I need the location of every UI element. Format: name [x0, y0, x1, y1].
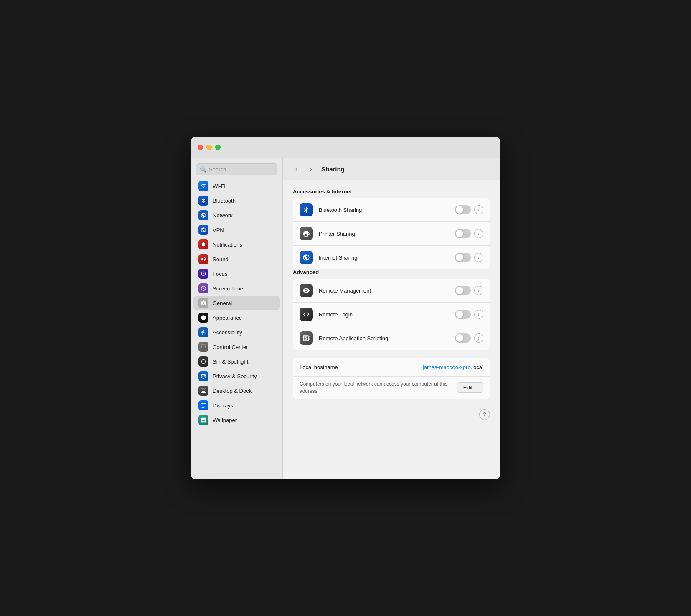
screentime-icon	[198, 283, 208, 293]
sidebar-item-controlcenter[interactable]: Control Center	[193, 340, 280, 354]
traffic-lights	[198, 145, 221, 150]
toggle-container-printer-sharing: i	[455, 229, 483, 238]
toggle-printer-sharing[interactable]	[455, 229, 471, 238]
card-icon-internet-sharing	[300, 251, 313, 264]
sidebar-item-bluetooth[interactable]: Bluetooth	[193, 193, 280, 208]
privacy-icon	[198, 371, 208, 381]
toggle-remote-scripting[interactable]	[455, 333, 471, 343]
help-button[interactable]: ?	[479, 409, 490, 420]
card-row-internet-sharing: Internet Sharingi	[293, 245, 490, 269]
sidebar-item-label-accessibility: Accessibility	[213, 329, 242, 336]
bluetooth-icon	[198, 196, 208, 206]
hostname-card: Local hostname james-macbook-pro.local C…	[293, 358, 490, 399]
card-icon-bluetooth-sharing	[300, 203, 313, 216]
accessibility-icon	[198, 327, 208, 337]
sidebar-item-network[interactable]: Network	[193, 208, 280, 222]
sidebar-item-label-siri: Siri & Spotlight	[213, 359, 248, 365]
sidebar-item-sound[interactable]: Sound	[193, 252, 280, 266]
sidebar-item-siri[interactable]: Siri & Spotlight	[193, 354, 280, 369]
sidebar-item-general[interactable]: General	[193, 296, 280, 310]
appearance-icon	[198, 313, 208, 323]
info-button-internet-sharing[interactable]: i	[474, 253, 483, 262]
info-button-remote-scripting[interactable]: i	[474, 333, 483, 343]
info-button-remote-management[interactable]: i	[474, 286, 483, 295]
sidebar-item-label-sound: Sound	[213, 256, 229, 262]
section-card-advanced: Remote ManagementiRemote LoginiRemote Ap…	[293, 279, 490, 350]
sidebar-item-wifi[interactable]: Wi-Fi	[193, 179, 280, 193]
sidebar-item-label-notifications: Notifications	[213, 242, 242, 248]
sidebar-item-label-desktopanddock: Desktop & Dock	[213, 388, 252, 394]
toggle-container-remote-management: i	[455, 286, 483, 295]
toggle-remote-management[interactable]	[455, 286, 471, 295]
close-button[interactable]	[198, 145, 203, 150]
toggle-container-remote-scripting: i	[455, 333, 483, 343]
content-body: Accessories & InternetBluetooth Sharingi…	[283, 180, 500, 430]
sound-icon	[198, 254, 208, 264]
section-title-accessories-internet: Accessories & Internet	[293, 188, 490, 195]
info-button-remote-login[interactable]: i	[474, 310, 483, 319]
card-icon-remote-login	[300, 308, 313, 321]
sidebar-item-label-controlcenter: Control Center	[213, 344, 248, 350]
card-icon-printer-sharing	[300, 227, 313, 240]
sidebar-item-desktopanddock[interactable]: Desktop & Dock	[193, 384, 280, 398]
sidebar-item-label-vpn: VPN	[213, 227, 224, 233]
controlcenter-icon	[198, 342, 208, 352]
card-label-remote-login: Remote Login	[319, 311, 449, 318]
sidebar-item-displays[interactable]: Displays	[193, 398, 280, 412]
card-label-bluetooth-sharing: Bluetooth Sharing	[319, 207, 449, 213]
section-accessories-internet: Accessories & InternetBluetooth Sharingi…	[293, 188, 490, 269]
sidebar-item-label-focus: Focus	[213, 271, 227, 277]
search-box[interactable]: 🔍 Search	[196, 163, 277, 175]
forward-button[interactable]: ›	[305, 164, 316, 175]
sidebar-item-appearance[interactable]: Appearance	[193, 311, 280, 325]
sidebar-item-label-general: General	[213, 300, 232, 306]
sidebar-item-focus[interactable]: Focus	[193, 267, 280, 281]
sidebar-item-accessibility[interactable]: Accessibility	[193, 325, 280, 339]
card-icon-remote-scripting	[300, 331, 313, 345]
content-header: ‹ › Sharing	[283, 158, 500, 180]
maximize-button[interactable]	[215, 145, 221, 150]
sidebar-item-notifications[interactable]: Notifications	[193, 237, 280, 252]
search-container: 🔍 Search	[191, 158, 282, 178]
network-icon	[198, 210, 208, 220]
sidebar-item-wallpaper[interactable]: Wallpaper	[193, 413, 280, 427]
card-row-bluetooth-sharing: Bluetooth Sharingi	[293, 198, 490, 221]
card-row-remote-management: Remote Managementi	[293, 279, 490, 302]
card-label-internet-sharing: Internet Sharing	[319, 255, 449, 261]
sidebar-item-privacy[interactable]: Privacy & Security	[193, 369, 280, 383]
notifications-icon	[198, 239, 208, 249]
svg-point-0	[201, 315, 206, 320]
focus-icon	[198, 269, 208, 279]
card-row-printer-sharing: Printer Sharingi	[293, 221, 490, 245]
minimize-button[interactable]	[206, 145, 212, 150]
sidebar-item-label-wallpaper: Wallpaper	[213, 417, 237, 423]
sidebar-item-label-privacy: Privacy & Security	[213, 373, 257, 379]
sidebar-item-label-network: Network	[213, 212, 233, 219]
toggle-bluetooth-sharing[interactable]	[455, 205, 471, 214]
help-row: ?	[293, 407, 490, 422]
section-advanced: AdvancedRemote ManagementiRemote LoginiR…	[293, 269, 490, 350]
hostname-link[interactable]: james-macbook-pro	[423, 364, 471, 370]
sidebar-items-container: Wi-FiBluetoothNetworkVPNNotificationsSou…	[191, 178, 282, 428]
sidebar-item-label-screentime: Screen Time	[213, 285, 243, 292]
section-title-advanced: Advanced	[293, 269, 490, 275]
wifi-icon	[198, 181, 208, 191]
info-button-printer-sharing[interactable]: i	[474, 229, 483, 238]
hostname-desc-row: Computers on your local network can acce…	[293, 376, 490, 399]
main-layout: 🔍 Search Wi-FiBluetoothNetworkVPNNotific…	[191, 158, 500, 479]
sidebar-item-vpn[interactable]: VPN	[193, 223, 280, 237]
wallpaper-icon	[198, 415, 208, 425]
sidebar-item-screentime[interactable]: Screen Time	[193, 281, 280, 295]
edit-hostname-button[interactable]: Edit...	[457, 382, 483, 393]
card-row-remote-login: Remote Logini	[293, 302, 490, 326]
card-row-remote-scripting: Remote Application Scriptingi	[293, 326, 490, 350]
toggle-remote-login[interactable]	[455, 310, 471, 319]
section-card-accessories-internet: Bluetooth SharingiPrinter SharingiIntern…	[293, 198, 490, 269]
sections-container: Accessories & InternetBluetooth Sharingi…	[293, 188, 490, 350]
info-button-bluetooth-sharing[interactable]: i	[474, 205, 483, 214]
back-button[interactable]: ‹	[291, 164, 302, 175]
general-icon	[198, 298, 208, 308]
toggle-container-remote-login: i	[455, 310, 483, 319]
card-label-remote-management: Remote Management	[319, 288, 449, 294]
toggle-internet-sharing[interactable]	[455, 253, 471, 262]
